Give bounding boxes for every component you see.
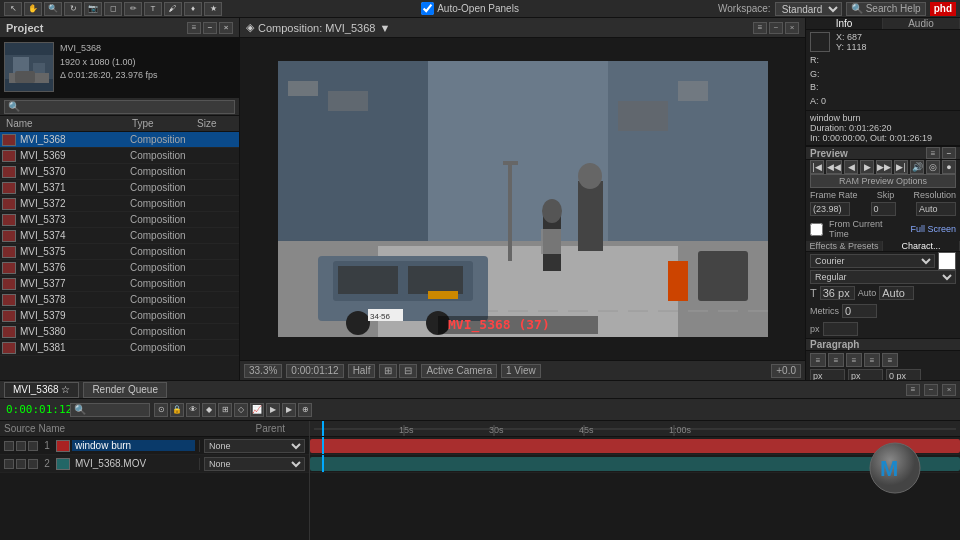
project-search-input[interactable] — [4, 100, 235, 114]
search-box[interactable]: 🔍 Search Help — [846, 2, 926, 16]
ram-preview-btn[interactable]: RAM Preview Options — [810, 174, 956, 188]
tab-audio[interactable]: Audio — [883, 18, 960, 29]
auto-open-checkbox[interactable] — [421, 2, 434, 15]
space-before-field[interactable]: px — [810, 369, 845, 380]
tl-toggle-switches[interactable]: ⊞ — [218, 403, 232, 417]
tool-arrow[interactable]: ↖ — [4, 2, 22, 16]
prev-btn[interactable]: ◀ — [844, 160, 858, 174]
comp-close-btn[interactable]: × — [785, 22, 799, 34]
tool-clone[interactable]: ♦ — [184, 2, 202, 16]
layer-1-lock[interactable] — [28, 441, 38, 451]
style-select[interactable]: Regular — [810, 270, 956, 284]
font-select[interactable]: Courier — [810, 254, 935, 268]
from-current-checkbox[interactable] — [810, 223, 823, 236]
layer-2-lock[interactable] — [28, 459, 38, 469]
tl-more3[interactable]: ⊕ — [298, 403, 312, 417]
tl-add-marker[interactable]: ◆ — [202, 403, 216, 417]
mute-btn[interactable]: ◎ — [926, 160, 940, 174]
tl-panel-menu[interactable]: ≡ — [906, 384, 920, 396]
tl-search-input[interactable] — [70, 403, 150, 417]
jump-end-btn[interactable]: ▶| — [894, 160, 908, 174]
file-item-MVI_5370[interactable]: MVI_5370 Composition — [0, 164, 239, 180]
prev-frame-btn[interactable]: ◀◀ — [826, 160, 842, 174]
resolution-control[interactable]: Half — [348, 364, 376, 378]
layer-1-parent-select[interactable]: None — [204, 439, 305, 453]
preview-menu[interactable]: ≡ — [926, 147, 940, 159]
project-search[interactable] — [0, 98, 239, 116]
layer-2-parent-select[interactable]: None — [204, 457, 305, 471]
file-item-MVI_5377[interactable]: MVI_5377 Composition — [0, 276, 239, 292]
next-btn[interactable]: ▶▶ — [876, 160, 892, 174]
tl-visibility-btn[interactable]: 👁 — [186, 403, 200, 417]
loop-btn[interactable]: 🔊 — [910, 160, 924, 174]
tool-zoom[interactable]: 🔍 — [44, 2, 62, 16]
zoom-control[interactable]: 33.3% — [244, 364, 282, 378]
leading-field[interactable]: Auto — [879, 286, 914, 300]
indent-field[interactable]: 0 px — [886, 369, 921, 380]
file-item-MVI_5369[interactable]: MVI_5369 Composition — [0, 148, 239, 164]
justify-all-btn[interactable]: ≡ — [882, 353, 898, 367]
file-item-MVI_5379[interactable]: MVI_5379 Composition — [0, 308, 239, 324]
layer-1-vis[interactable] — [16, 441, 26, 451]
view-select[interactable]: 1 View — [501, 364, 541, 378]
comp-minimize-btn[interactable]: − — [769, 22, 783, 34]
tl-panel-close[interactable]: × — [942, 384, 956, 396]
tab-character[interactable]: Charact... — [883, 241, 960, 251]
camera-select[interactable]: Active Camera — [421, 364, 497, 378]
tl-solo-btn[interactable]: ⊙ — [154, 403, 168, 417]
comp-dropdown-icon[interactable]: ▼ — [379, 22, 390, 34]
file-item-MVI_5372[interactable]: MVI_5372 Composition — [0, 196, 239, 212]
tool-puppet[interactable]: ★ — [204, 2, 222, 16]
file-item-MVI_5374[interactable]: MVI_5374 Composition — [0, 228, 239, 244]
align-right-btn[interactable]: ≡ — [846, 353, 862, 367]
resolution-field[interactable]: Auto — [916, 202, 956, 216]
align-center-btn[interactable]: ≡ — [828, 353, 844, 367]
tool-rotate[interactable]: ↻ — [64, 2, 82, 16]
tool-brush[interactable]: 🖌 — [164, 2, 182, 16]
panel-close-btn[interactable]: × — [219, 22, 233, 34]
font-color-btn[interactable] — [938, 252, 956, 270]
tab-comp-timeline[interactable]: MVI_5368 ☆ — [4, 382, 79, 398]
preview-min[interactable]: − — [942, 147, 956, 159]
panel-menu-btn[interactable]: ≡ — [187, 22, 201, 34]
layer-2-solo[interactable] — [4, 459, 14, 469]
grid-toggle[interactable]: ⊞ — [379, 364, 397, 378]
panel-minimize-btn[interactable]: − — [203, 22, 217, 34]
safe-areas[interactable]: ⊟ — [399, 364, 417, 378]
tl-graph[interactable]: 📈 — [250, 403, 264, 417]
tl-keyframe[interactable]: ◇ — [234, 403, 248, 417]
align-left-btn[interactable]: ≡ — [810, 353, 826, 367]
file-item-MVI_5371[interactable]: MVI_5371 Composition — [0, 180, 239, 196]
file-item-MVI_5381[interactable]: MVI_5381 Composition — [0, 340, 239, 356]
file-item-MVI_5373[interactable]: MVI_5373 Composition — [0, 212, 239, 228]
space-after-field[interactable]: px — [848, 369, 883, 380]
tl-more[interactable]: ▶ — [266, 403, 280, 417]
skip-field[interactable]: 0 — [871, 202, 896, 216]
tool-camera[interactable]: 📷 — [84, 2, 102, 16]
tab-info[interactable]: Info — [806, 18, 883, 29]
full-screen-link[interactable]: Full Screen — [910, 224, 956, 234]
tool-type[interactable]: T — [144, 2, 162, 16]
tab-render-queue[interactable]: Render Queue — [83, 382, 167, 398]
tool-mask[interactable]: ◻ — [104, 2, 122, 16]
tl-panel-min[interactable]: − — [924, 384, 938, 396]
tl-lock-btn[interactable]: 🔒 — [170, 403, 184, 417]
layer-1-solo[interactable] — [4, 441, 14, 451]
tool-pen[interactable]: ✏ — [124, 2, 142, 16]
px-field[interactable] — [823, 322, 858, 336]
comp-menu-btn[interactable]: ≡ — [753, 22, 767, 34]
workspace-select[interactable]: Standard — [775, 2, 842, 16]
tl-more2[interactable]: ▶ — [282, 403, 296, 417]
tracking-field[interactable]: 0 — [842, 304, 877, 318]
tool-hand[interactable]: ✋ — [24, 2, 42, 16]
record-btn[interactable]: ● — [942, 160, 956, 174]
file-item-MVI_5368[interactable]: MVI_5368 Composition — [0, 132, 239, 148]
play-btn[interactable]: ▶ — [860, 160, 874, 174]
layer-2-vis[interactable] — [16, 459, 26, 469]
layer-1-name[interactable]: window burn — [72, 440, 195, 451]
exposure-reset[interactable]: +0.0 — [771, 364, 801, 378]
fps-field[interactable]: (23.98) — [810, 202, 850, 216]
font-size-field[interactable]: 36 px — [820, 286, 855, 300]
tab-effects[interactable]: Effects & Presets — [806, 241, 883, 251]
jump-start-btn[interactable]: |◀ — [810, 160, 824, 174]
